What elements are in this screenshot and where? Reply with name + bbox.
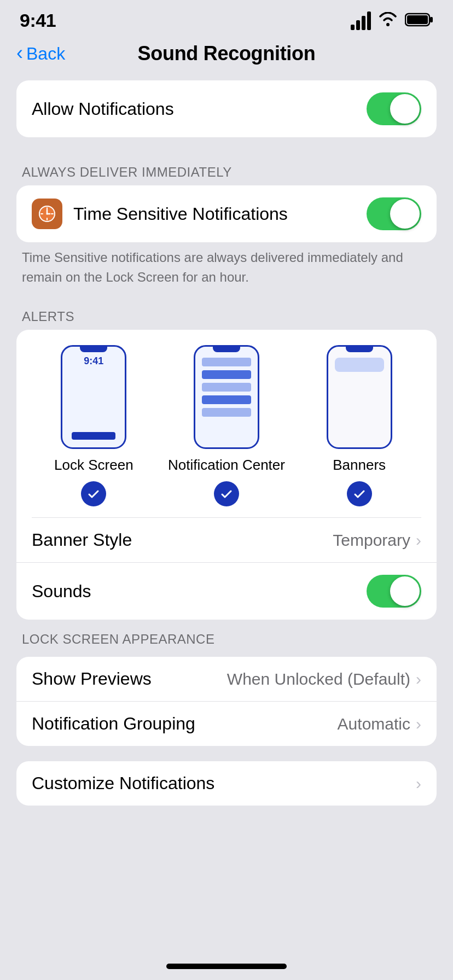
time-sensitive-description: Time Sensitive notifications are always … xyxy=(16,242,437,297)
customize-notifications-label: Customize Notifications xyxy=(32,773,214,794)
lock-screen-phone: 9:41 xyxy=(61,345,126,449)
banner-style-value: Temporary xyxy=(333,531,410,550)
toggle-knob-sounds xyxy=(390,576,420,606)
page-title: Sound Recognition xyxy=(138,42,316,65)
sounds-row: Sounds xyxy=(16,562,437,620)
back-button[interactable]: ‹ Back xyxy=(16,44,65,64)
notification-grouping-row[interactable]: Notification Grouping Automatic › xyxy=(16,701,437,746)
show-previews-chevron-icon: › xyxy=(416,670,421,689)
ts-row-content: Time Sensitive Notifications xyxy=(32,199,288,229)
main-content: Allow Notifications ALWAYS DELIVER IMMED… xyxy=(0,75,453,827)
show-previews-value-container: When Unlocked (Default) › xyxy=(227,670,421,689)
time-sensitive-card: Time Sensitive Notifications xyxy=(16,185,437,242)
banners-check xyxy=(347,481,372,506)
lock-screen-label: Lock Screen xyxy=(54,457,133,474)
banner-style-row[interactable]: Banner Style Temporary › xyxy=(16,518,437,562)
banner-style-label: Banner Style xyxy=(32,530,132,550)
nc-bars xyxy=(202,358,251,417)
time-sensitive-toggle[interactable] xyxy=(367,197,421,230)
notification-center-phone xyxy=(194,345,259,449)
allow-notifications-card: Allow Notifications xyxy=(16,80,437,137)
back-chevron-icon: ‹ xyxy=(16,43,23,63)
notification-grouping-value-container: Automatic › xyxy=(338,715,421,733)
allow-notifications-row: Allow Notifications xyxy=(16,80,437,137)
nc-bar-2 xyxy=(202,370,251,379)
nc-bar-4 xyxy=(202,395,251,404)
show-previews-value: When Unlocked (Default) xyxy=(227,670,410,689)
notification-grouping-chevron-icon: › xyxy=(416,715,421,733)
lock-screen-option[interactable]: 9:41 Lock Screen xyxy=(27,345,160,506)
status-time: 9:41 xyxy=(20,10,56,31)
toggle-knob-ts xyxy=(390,199,420,229)
svg-rect-3 xyxy=(407,15,428,24)
notification-grouping-value: Automatic xyxy=(338,715,410,733)
nc-bar-5 xyxy=(202,408,251,417)
allow-notifications-toggle[interactable] xyxy=(367,92,421,125)
lock-screen-time: 9:41 xyxy=(84,355,103,367)
customize-notifications-chevron-icon: › xyxy=(416,774,421,793)
show-previews-label: Show Previews xyxy=(32,669,152,689)
svg-point-0 xyxy=(386,23,390,26)
time-sensitive-icon xyxy=(32,199,62,229)
sounds-label: Sounds xyxy=(32,581,91,602)
lock-screen-appearance-card: Show Previews When Unlocked (Default) › … xyxy=(16,657,437,746)
customize-notifications-row[interactable]: Customize Notifications › xyxy=(16,761,437,806)
customize-notifications-card: Customize Notifications › xyxy=(16,761,437,806)
home-indicator xyxy=(0,956,453,980)
phone-notch-banners xyxy=(346,347,373,352)
allow-notifications-label: Allow Notifications xyxy=(32,99,174,119)
sounds-toggle[interactable] xyxy=(367,575,421,608)
toggle-knob xyxy=(390,94,420,124)
alerts-section-label: ALERTS xyxy=(16,297,437,330)
svg-rect-2 xyxy=(430,17,433,22)
battery-icon xyxy=(405,12,433,30)
notification-center-option[interactable]: Notification Center xyxy=(160,345,293,506)
notification-grouping-label: Notification Grouping xyxy=(32,714,195,734)
lock-screen-appearance-section-label: LOCK SCREEN APPEARANCE xyxy=(16,620,437,652)
signal-icon xyxy=(351,11,371,30)
banner-style-value-container: Temporary › xyxy=(333,531,421,550)
banner-style-chevron-icon: › xyxy=(416,531,421,550)
time-sensitive-row: Time Sensitive Notifications xyxy=(16,185,437,242)
status-bar: 9:41 xyxy=(0,0,453,37)
notification-center-label: Notification Center xyxy=(168,457,285,474)
status-icons xyxy=(351,11,433,30)
time-sensitive-label: Time Sensitive Notifications xyxy=(73,204,288,224)
phone-notch-nc xyxy=(213,347,240,352)
home-bar xyxy=(166,964,287,969)
alerts-card: 9:41 Lock Screen xyxy=(16,330,437,620)
nc-bar-3 xyxy=(202,383,251,392)
phone-notch-lock xyxy=(80,347,107,352)
back-label: Back xyxy=(26,44,65,64)
always-deliver-section-label: ALWAYS DELIVER IMMEDIATELY xyxy=(16,153,437,185)
svg-point-16 xyxy=(47,213,48,215)
banner-preview xyxy=(335,358,384,372)
show-previews-row[interactable]: Show Previews When Unlocked (Default) › xyxy=(16,657,437,701)
lock-screen-check xyxy=(81,481,106,506)
banners-option[interactable]: Banners xyxy=(293,345,426,506)
lock-screen-bar xyxy=(72,432,115,440)
banners-label: Banners xyxy=(333,457,386,474)
banners-phone xyxy=(327,345,392,449)
phone-previews: 9:41 Lock Screen xyxy=(16,345,437,517)
notification-center-check xyxy=(214,481,239,506)
nav-bar: ‹ Back Sound Recognition xyxy=(0,37,453,75)
nc-bar-1 xyxy=(202,358,251,366)
wifi-icon xyxy=(378,12,398,30)
